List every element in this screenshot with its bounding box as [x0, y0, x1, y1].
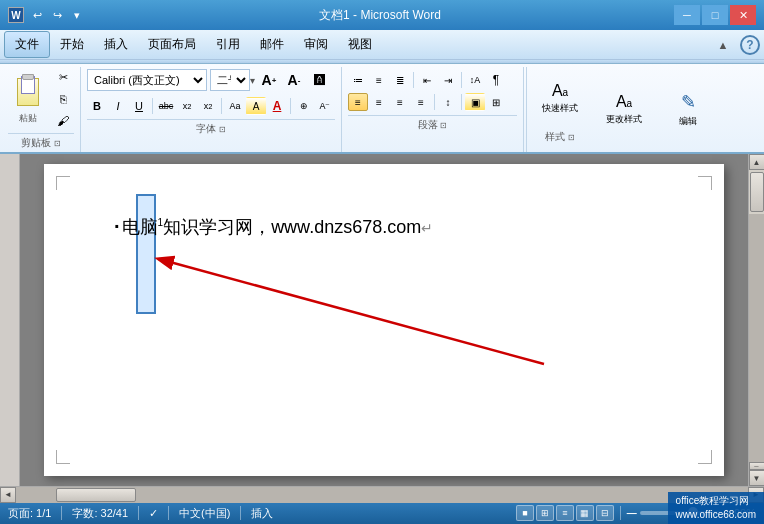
- quick-styles-label: 快速样式: [542, 102, 578, 115]
- paragraph-mark: ↵: [421, 220, 433, 236]
- h-scroll-thumb[interactable]: [56, 488, 136, 502]
- increase-indent-button[interactable]: ⇥: [438, 71, 458, 89]
- sort-button[interactable]: ↕A: [465, 71, 485, 89]
- maximize-button[interactable]: □: [702, 5, 728, 25]
- superscript-button[interactable]: x2: [198, 97, 218, 115]
- menu-item-review[interactable]: 审阅: [294, 32, 338, 57]
- undo-button[interactable]: ↩: [28, 6, 46, 24]
- scroll-split-button[interactable]: ─: [749, 462, 765, 470]
- redo-button[interactable]: ↪: [48, 6, 66, 24]
- font-color-button[interactable]: A: [267, 97, 287, 115]
- menu-item-file[interactable]: 文件: [4, 31, 50, 58]
- copy-button[interactable]: ⎘: [52, 89, 74, 109]
- align-center-button[interactable]: ≡: [369, 93, 389, 111]
- edit-button[interactable]: ✎ 编辑: [663, 85, 713, 135]
- line-spacing-button[interactable]: ↕: [438, 93, 458, 111]
- view-btn-web[interactable]: ≡: [556, 505, 574, 521]
- cut-button[interactable]: ✂: [52, 67, 74, 87]
- paragraph-label: 段落 ⊡: [348, 115, 517, 134]
- quick-styles-icon: Aa: [552, 82, 568, 100]
- scroll-up-button[interactable]: ▲: [749, 154, 765, 170]
- format-painter-button[interactable]: 🖌: [52, 111, 74, 131]
- clipboard-group: 粘贴 ✂ ⎘ 🖌 剪贴板 ⊡: [4, 67, 81, 152]
- title-bar: W ↩ ↪ ▾ 文档1 - Microsoft Word ─ □ ✕: [0, 0, 764, 30]
- menu-item-home[interactable]: 开始: [50, 32, 94, 57]
- change-styles-label: 更改样式: [606, 113, 642, 126]
- shading-button[interactable]: ▣: [465, 93, 485, 111]
- quick-styles-button[interactable]: Aa 快速样式: [535, 73, 585, 123]
- subscript-button[interactable]: x2: [177, 97, 197, 115]
- corner-mark-bl: [56, 450, 70, 464]
- para-sep-3: [434, 94, 435, 110]
- special-format-button[interactable]: ⊕: [294, 97, 314, 115]
- doc-scroll-area[interactable]: ·电脑1知识学习网，www.dnzs678.com↵: [20, 154, 748, 486]
- scroll-thumb[interactable]: [750, 172, 764, 212]
- bold-button[interactable]: B: [87, 97, 107, 115]
- menu-item-references[interactable]: 引用: [206, 32, 250, 57]
- zoom-minus-button[interactable]: ─: [627, 505, 637, 521]
- format-separator-1: [152, 98, 153, 114]
- menu-item-insert[interactable]: 插入: [94, 32, 138, 57]
- window-controls: ─ □ ✕: [674, 5, 756, 25]
- font-size-select[interactable]: 二号: [210, 69, 250, 91]
- font-size-dropdown[interactable]: ▾: [250, 75, 255, 86]
- decrease-font-button[interactable]: A-: [283, 70, 305, 90]
- change-styles-button[interactable]: Aa 更改样式: [599, 85, 649, 135]
- multilevel-button[interactable]: ≣: [390, 71, 410, 89]
- strikethrough-button[interactable]: abc: [156, 97, 176, 115]
- font-family-select[interactable]: Calibri (西文正文): [87, 69, 207, 91]
- edit-label: 编辑: [679, 115, 697, 128]
- scroll-down-button[interactable]: ▼: [749, 470, 765, 486]
- font-expand[interactable]: ⊡: [219, 125, 226, 134]
- view-btn-fullscreen[interactable]: ⊞: [536, 505, 554, 521]
- align-left-button[interactable]: ≡: [348, 93, 368, 111]
- show-marks-button[interactable]: ¶: [486, 71, 506, 89]
- decrease-indent-button[interactable]: ⇤: [417, 71, 437, 89]
- bullet-char: ·: [114, 215, 120, 237]
- menu-item-layout[interactable]: 页面布局: [138, 32, 206, 57]
- document-page: ·电脑1知识学习网，www.dnzs678.com↵: [44, 164, 724, 476]
- close-button[interactable]: ✕: [730, 5, 756, 25]
- insert-mode: 插入: [251, 506, 273, 521]
- status-divider-2: [138, 506, 139, 520]
- view-buttons: ■ ⊞ ≡ ▦ ⊟: [516, 505, 614, 521]
- minimize-button[interactable]: ─: [674, 5, 700, 25]
- change-styles-icon: Aa: [616, 93, 632, 111]
- view-btn-outline[interactable]: ▦: [576, 505, 594, 521]
- styles-label: 样式 ⊡: [535, 128, 585, 146]
- menu-item-view[interactable]: 视图: [338, 32, 382, 57]
- corner-mark-br: [698, 450, 712, 464]
- document-content: ·电脑1知识学习网，www.dnzs678.com↵: [114, 204, 654, 248]
- help-button[interactable]: ?: [740, 35, 760, 55]
- watermark: office教程学习网 www.office68.com: [668, 492, 764, 524]
- language: 中文(中国): [179, 506, 230, 521]
- ribbon-collapse-button[interactable]: ▲: [710, 35, 736, 55]
- phonetic-button[interactable]: A⁻: [315, 97, 335, 115]
- italic-button[interactable]: I: [108, 97, 128, 115]
- underline-button[interactable]: U: [129, 97, 149, 115]
- status-divider-4: [240, 506, 241, 520]
- align-right-button[interactable]: ≡: [390, 93, 410, 111]
- change-case-button[interactable]: Aa: [225, 97, 245, 115]
- h-scroll-track: [16, 487, 748, 503]
- quick-access-dropdown[interactable]: ▾: [68, 6, 86, 24]
- para-sep-2: [461, 72, 462, 88]
- increase-font-button[interactable]: A+: [258, 70, 280, 90]
- paragraph-expand[interactable]: ⊡: [440, 121, 447, 130]
- clipboard-expand[interactable]: ⊡: [54, 139, 61, 148]
- view-btn-draft[interactable]: ⊟: [596, 505, 614, 521]
- clear-format-button[interactable]: 🅰: [308, 70, 330, 90]
- justify-button[interactable]: ≡: [411, 93, 431, 111]
- borders-button[interactable]: ⊞: [486, 93, 506, 111]
- edit-icon: ✎: [681, 91, 696, 113]
- word-count: 字数: 32/41: [72, 506, 128, 521]
- view-btn-print[interactable]: ■: [516, 505, 534, 521]
- numbering-button[interactable]: ≡: [369, 71, 389, 89]
- menu-item-mailings[interactable]: 邮件: [250, 32, 294, 57]
- highlight-button[interactable]: A: [246, 97, 266, 115]
- svg-line-1: [159, 259, 544, 364]
- status-bar: 页面: 1/1 字数: 32/41 ✓ 中文(中国) 插入 ■ ⊞ ≡ ▦ ⊟ …: [0, 502, 764, 524]
- scroll-left-button[interactable]: ◄: [0, 487, 16, 503]
- paste-button[interactable]: 粘贴: [8, 70, 48, 129]
- bullets-button[interactable]: ≔: [348, 71, 368, 89]
